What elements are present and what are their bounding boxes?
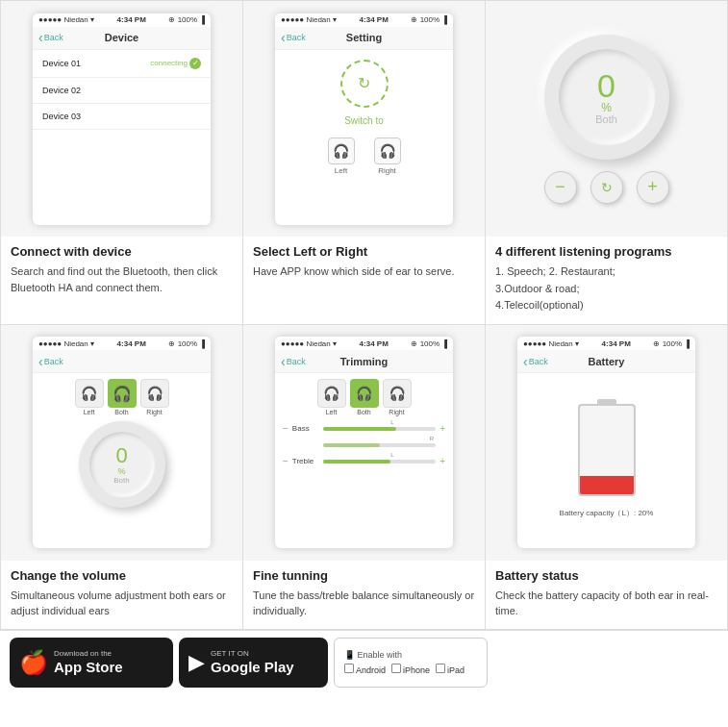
device-name-1: Device 01 [42,59,81,68]
treble-row: − Treble L + [283,456,445,466]
title-bat: Battery [589,356,625,367]
prog-3: 4.Telecoil(optional) [495,297,717,314]
right-icon-trim: 🎧 [383,379,412,408]
title-programs: 4 different listening programs [495,244,717,259]
right-btn-trim[interactable]: 🎧 Right [383,379,412,415]
device-item-2[interactable]: Device 02 [33,78,211,104]
back-trim[interactable]: Back [281,354,306,369]
carrier-bat: ●●●●● Niedan ▾ [523,339,579,348]
title-device: Device [105,32,138,43]
body-connect: Search and find out the Bluetooth, then … [11,263,233,295]
appstore-download-label: Download on the [54,649,123,659]
cell-device: ●●●●● Niedan ▾ 4:34 PM ⊕ 100% ▐ Back Dev… [1,1,243,325]
back-device[interactable]: Back [38,30,63,45]
bass-plus[interactable]: + [439,423,445,434]
dashed-circle: ↻ [340,60,389,108]
right-lbl-trim: Right [389,409,404,415]
title-volume-text: Change the volume [11,568,233,583]
body-battery: Check the battery capacity of both ear i… [495,588,717,619]
cell-battery: ●●●●● Niedan ▾ 4:34 PM ⊕ 100% ▐ Back Bat… [486,325,728,630]
treble-track-l[interactable]: L [323,460,436,464]
bass-track-l[interactable]: L [323,427,436,431]
minus-btn[interactable]: − [544,171,577,204]
large-ring-controls: − ↻ + [544,171,669,204]
back-setting[interactable]: Back [281,30,306,45]
trimming-content: 🎧 Left 🎧 Both 🎧 Right [275,373,453,548]
left-ear-btn[interactable]: 🎧 Left [328,138,355,175]
appstore-button[interactable]: 🍎 Download on the App Store [10,638,173,688]
device-item-1[interactable]: Device 01 connecting ✓ [33,50,211,78]
body-volume: Simultaneous volume adjustment both ears… [11,588,233,619]
back-bat[interactable]: Back [523,354,548,369]
desc-device: Connect with device Search and find out … [1,237,242,305]
cell-volume: ●●●●● Niedan ▾ 4:34 PM ⊕ 100% ▐ Back 🎧 L… [1,325,243,630]
bass-track-r[interactable]: R [323,443,436,447]
left-btn-vol[interactable]: 🎧 Left [75,379,104,415]
carrier-trim: ●●●●● Niedan ▾ [281,339,337,348]
both-lbl-vol: Both [114,409,128,415]
treble-plus[interactable]: + [439,456,445,466]
device-item-3[interactable]: Device 03 [33,104,211,130]
dial-outer: 0 % Both [79,421,165,508]
nav-trim: Back Trimming [275,350,453,373]
plus-btn[interactable]: + [637,171,669,204]
time-trim: 4:34 PM [360,339,389,348]
desc-battery: Battery status Check the battery capacit… [486,561,727,629]
carrier-setting: ●●●●● Niedan ▾ [281,15,337,24]
volume-content: 🎧 Left 🎧 Both 🎧 Right [33,373,211,548]
title-trim: Trimming [340,356,389,367]
cell-programs: 0 % Both − ↻ + 4 different listening pro… [486,1,728,325]
bass-label: Bass [292,424,319,433]
gplay-text: GET IT ON Google Play [211,649,294,676]
dial-percent: % [117,466,125,476]
battery-fill [580,476,634,493]
android-checkbox[interactable]: Android [344,664,386,675]
screen-battery: ●●●●● Niedan ▾ 4:34 PM ⊕ 100% ▐ Back Bat… [517,337,695,548]
both-btn-vol[interactable]: 🎧 Both [108,379,137,415]
enable-platforms: Android iPhone iPad [344,664,477,675]
prog-1: 1. Speech; 2. Restaurant; [495,263,717,281]
refresh-icon: ↻ [358,74,370,92]
nav-device: Back Device [33,27,211,50]
large-dial-pct: % [601,102,612,113]
right-btn-vol[interactable]: 🎧 Right [140,379,169,415]
title-trimming-text: Fine tunning [253,568,475,583]
right-label: Right [378,166,396,175]
googleplay-button[interactable]: ▶ GET IT ON Google Play [179,638,328,688]
dial-inner: 0 % Both [89,432,155,497]
left-icon-trim: 🎧 [317,379,346,408]
bass-minus[interactable]: − [283,423,289,434]
enable-box: 📱 Enable with Android iPhone iPad [334,638,488,688]
carrier-volume: ●●●●● Niedan ▾ [38,339,94,348]
iphone-checkbox[interactable]: iPhone [391,664,430,675]
large-dial-outer: 0 % Both [544,35,669,160]
left-icon-vol: 🎧 [75,379,104,408]
battery-content: Battery capacity（L）: 20% [517,373,695,548]
right-ear-btn[interactable]: 🎧 Right [374,138,401,175]
programs-list: 1. Speech; 2. Restaurant; 3.Outdoor & ro… [495,263,717,314]
title-connect: Connect with device [11,244,233,259]
battery-volume: ⊕ 100% ▐ [168,339,205,348]
title-battery-text: Battery status [495,568,717,583]
desc-setting: Select Left or Right Have APP know which… [243,237,485,289]
refresh-btn[interactable]: ↻ [590,171,623,204]
back-volume[interactable]: Back [38,354,63,369]
right-lbl-vol: Right [146,409,162,415]
nav-setting: Back Setting [275,27,453,50]
both-btn-trim[interactable]: 🎧 Both [350,379,379,415]
left-btn-trim[interactable]: 🎧 Left [317,379,346,415]
volume-dial: 0 % Both [79,421,165,508]
switch-to-text: Switch to [344,115,384,126]
status-bar-bat: ●●●●● Niedan ▾ 4:34 PM ⊕ 100% ▐ [517,337,695,350]
battery-trim: ⊕ 100% ▐ [411,339,447,348]
cell-setting: ●●●●● Niedan ▾ 4:34 PM ⊕ 100% ▐ Back Set… [243,1,486,325]
large-dial-label: Both [595,113,617,125]
phone-setting: ●●●●● Niedan ▾ 4:34 PM ⊕ 100% ▐ Back Set… [243,1,485,237]
ipad-checkbox[interactable]: iPad [436,664,464,675]
appstore-name-label: App Store [54,659,123,676]
device-status-1: connecting ✓ [150,58,201,69]
treble-minus[interactable]: − [283,456,289,466]
cell-trimming: ●●●●● Niedan ▾ 4:34 PM ⊕ 100% ▐ Back Tri… [243,325,486,630]
phone-trimming: ●●●●● Niedan ▾ 4:34 PM ⊕ 100% ▐ Back Tri… [243,325,485,561]
treble-label: Treble [292,457,319,465]
